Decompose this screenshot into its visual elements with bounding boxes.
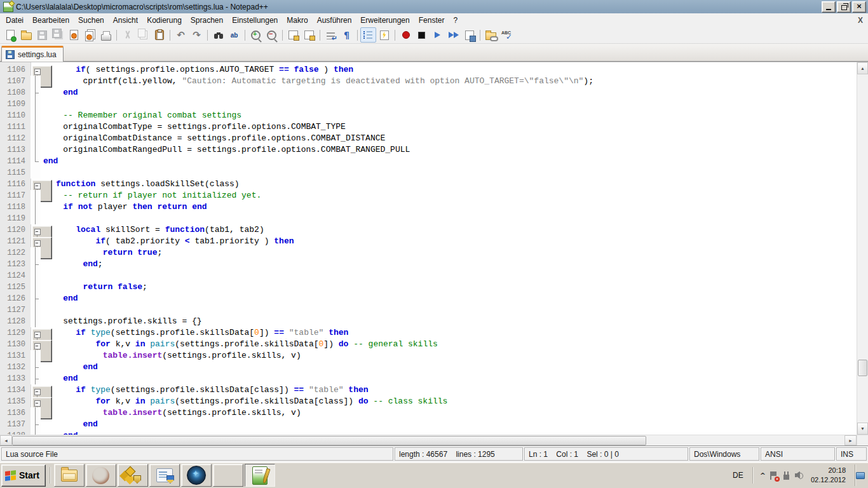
word-wrap-button[interactable] (323, 27, 339, 43)
sync-scroll-h-button[interactable] (301, 27, 317, 43)
editor-line[interactable]: 1128 settings.profile.skills = {} (0, 316, 857, 327)
editor-line[interactable]: 1126 end (0, 293, 857, 304)
paste-button[interactable] (151, 27, 167, 43)
taskbar-item-s-logo-app[interactable] (213, 464, 243, 487)
line-number[interactable]: 1125 (0, 281, 31, 293)
line-number[interactable]: 1131 (0, 350, 31, 362)
editor-line[interactable]: 1106 if( settings.profile.options.AUTO_T… (0, 64, 857, 76)
code-line[interactable] (41, 167, 43, 179)
horizontal-scroll-track[interactable] (12, 435, 844, 445)
code-line[interactable]: -- return if player not initialized yet. (41, 190, 261, 201)
editor-line[interactable]: 1131 table.insert(settings.profile.skill… (0, 350, 857, 362)
editor-line[interactable]: 1136 table.insert(settings.profile.skill… (0, 407, 857, 419)
code-line[interactable] (41, 98, 43, 110)
line-number[interactable]: 1116 (0, 179, 31, 190)
minimize-button[interactable] (822, 1, 836, 13)
indent-guide-button[interactable] (360, 27, 376, 43)
code-line[interactable]: table.insert(settings.profile.skills, v) (41, 350, 301, 362)
code-line[interactable]: cprintf(cli.yellow, "Caution: Automatic … (41, 76, 593, 87)
menu-item-makro[interactable]: Makro (282, 14, 312, 27)
editor-line[interactable]: 1116function settings.loadSkillSet(class… (0, 179, 857, 190)
show-symbols-button[interactable] (339, 27, 355, 43)
editor[interactable]: 1106 if( settings.profile.options.AUTO_T… (0, 62, 857, 435)
print-button[interactable] (98, 27, 114, 43)
editor-line[interactable]: 1107 cprintf(cli.yellow, "Caution: Autom… (0, 76, 857, 87)
taskbar-item-firefox[interactable] (86, 464, 116, 487)
code-line[interactable]: if type(settings.profile.skillsData[0]) … (53, 327, 348, 339)
code-line[interactable]: end (41, 156, 58, 167)
redo-button[interactable] (189, 27, 205, 43)
open-file-button[interactable] (18, 27, 34, 43)
editor-line[interactable]: 1117 -- return if player not initialized… (0, 190, 857, 201)
editor-line[interactable]: 1119 (0, 213, 857, 224)
clock[interactable]: 20:18 02.12.2012 (807, 466, 850, 485)
menubar-close-icon[interactable]: X (858, 16, 863, 25)
line-number[interactable]: 1137 (0, 419, 31, 430)
taskbar-item-config-tool[interactable] (149, 464, 180, 487)
line-number[interactable]: 1107 (0, 76, 31, 87)
line-number[interactable]: 1119 (0, 213, 31, 224)
line-number[interactable]: 1117 (0, 190, 31, 201)
close-all-docs-button[interactable] (82, 27, 98, 43)
editor-line[interactable]: 1113 originalCombatRangedPull = settings… (0, 144, 857, 156)
code-line[interactable]: if not player then return end (41, 201, 207, 213)
macro-stop-button[interactable] (414, 27, 430, 43)
code-line[interactable]: end (41, 419, 98, 430)
editor-line[interactable]: 1132 end (0, 362, 857, 373)
code-line[interactable]: for k,v in pairs(settings.profile.skills… (53, 339, 438, 350)
menu-item-erweiterungen[interactable]: Erweiterungen (356, 14, 414, 27)
macro-play-button[interactable] (430, 27, 445, 43)
vertical-scroll-thumb[interactable] (858, 360, 867, 376)
editor-line[interactable]: 1123 end; (0, 259, 857, 270)
code-line[interactable]: if( settings.profile.options.AUTO_TARGET… (53, 64, 353, 76)
taskbar-item-windows-explorer[interactable] (54, 464, 85, 487)
undo-button[interactable] (173, 27, 189, 43)
code-line[interactable]: originalCombatRangedPull = settings.prof… (41, 144, 410, 156)
code-line[interactable]: originalCombatDistance = settings.profil… (41, 133, 385, 144)
horizontal-scroll-thumb[interactable] (12, 436, 646, 445)
line-number[interactable]: 1112 (0, 133, 31, 144)
editor-line[interactable]: 1138 end (0, 430, 857, 435)
code-line[interactable]: end (41, 373, 78, 384)
folder-link-button[interactable] (483, 27, 499, 43)
line-number[interactable]: 1123 (0, 259, 31, 270)
line-number[interactable]: 1134 (0, 384, 31, 396)
editor-line[interactable]: 1135 for k,v in pairs(settings.profile.s… (0, 396, 857, 407)
scroll-left-button[interactable]: ◄ (0, 435, 12, 445)
menu-item-ausfuhren[interactable]: Ausführen (313, 14, 356, 27)
code-line[interactable]: table.insert(settings.profile.skills, v) (41, 407, 301, 419)
menu-item-kodierung[interactable]: Kodierung (142, 14, 186, 27)
menu-item-bearbeiten[interactable]: Bearbeiten (28, 14, 74, 27)
line-number[interactable]: 1122 (0, 247, 31, 259)
code-line[interactable]: local skillSort = function(tab1, tab2) (53, 224, 264, 236)
line-number[interactable]: 1135 (0, 396, 31, 407)
show-desktop-button[interactable] (855, 464, 865, 486)
volume-icon[interactable] (795, 471, 803, 480)
spell-check-button[interactable] (499, 27, 515, 43)
code-line[interactable]: end (41, 87, 78, 98)
editor-line[interactable]: 1130 for k,v in pairs(settings.profile.s… (0, 339, 857, 350)
code-line[interactable]: settings.profile.skills = {} (41, 316, 202, 327)
code-line[interactable]: if( tab2.priority < tab1.priority ) then (53, 236, 294, 247)
code-line[interactable]: if type(settings.profile.skillsData[clas… (53, 384, 369, 396)
menu-item-fenster[interactable]: Fenster (414, 14, 449, 27)
line-number[interactable]: 1132 (0, 362, 31, 373)
line-number[interactable]: 1111 (0, 121, 31, 133)
scroll-down-button[interactable]: ▼ (857, 423, 868, 435)
line-number[interactable]: 1127 (0, 304, 31, 316)
sync-scroll-v-button[interactable] (285, 27, 301, 43)
scroll-right-button[interactable]: ► (844, 435, 857, 445)
editor-line[interactable]: 1114end (0, 156, 857, 167)
code-line[interactable]: end (41, 293, 78, 304)
taskbar-item-runes-of-magic[interactable] (181, 464, 212, 487)
code-line[interactable]: -- Remember original combat settings (41, 110, 241, 121)
editor-line[interactable]: 1127 (0, 304, 857, 316)
editor-line[interactable]: 1122 return true; (0, 247, 857, 259)
macro-run-multiple-button[interactable] (445, 27, 461, 43)
editor-line[interactable]: 1118 if not player then return end (0, 201, 857, 213)
code-line[interactable] (41, 213, 43, 224)
line-number[interactable]: 1128 (0, 316, 31, 327)
editor-line[interactable]: 1115 (0, 167, 857, 179)
editor-line[interactable]: 1134 if type(settings.profile.skillsData… (0, 384, 857, 396)
line-number[interactable]: 1108 (0, 87, 31, 98)
